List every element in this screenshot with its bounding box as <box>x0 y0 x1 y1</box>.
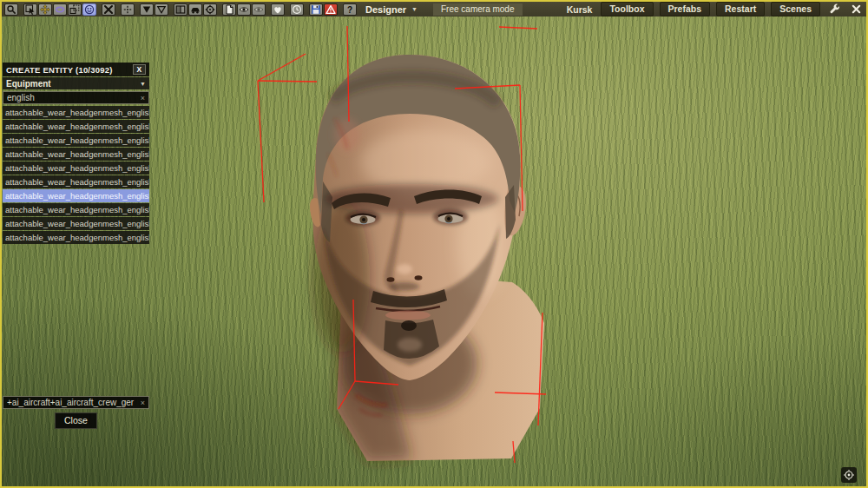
history-icon[interactable] <box>290 3 304 16</box>
mode-dropdown[interactable]: Designer ▼ <box>365 4 418 15</box>
editor-window: ? Designer ▼ Free camera mode Kursk Tool… <box>0 0 868 488</box>
drop-down-outline-icon[interactable] <box>155 3 168 16</box>
list-item[interactable]: attachable_wear_headgenmesh_english_06 <box>3 175 149 188</box>
toolbar-icon-strip: ? <box>4 3 358 16</box>
split-view-icon[interactable] <box>174 3 187 16</box>
filter-input[interactable] <box>7 398 138 407</box>
warning-icon[interactable] <box>324 3 338 16</box>
duplicate-icon[interactable] <box>68 3 82 16</box>
move-icon[interactable] <box>38 3 52 16</box>
list-item[interactable]: attachable_wear_headgenmesh_english_07 <box>3 189 149 202</box>
main-toolbar: ? Designer ▼ Free camera mode Kursk Tool… <box>2 2 866 16</box>
camera-mode-label: Free camera mode <box>433 3 522 16</box>
help-icon[interactable]: ? <box>343 3 357 16</box>
category-dropdown[interactable]: Equipment ▼ <box>3 77 149 89</box>
list-item[interactable]: attachable_wear_headgenmesh_english_03 <box>3 134 149 147</box>
panel-title: CREATE ENTITY (10/3092) <box>6 65 113 75</box>
snap-icon[interactable] <box>121 3 135 16</box>
chevron-down-icon: ▼ <box>140 81 146 87</box>
svg-text:?: ? <box>347 4 352 14</box>
close-panel-button[interactable]: Close <box>55 412 97 429</box>
entity-list: attachable_wear_headgenmesh_english_01at… <box>3 106 149 244</box>
drop-down-filled-icon[interactable] <box>140 3 154 16</box>
list-item[interactable]: attachable_wear_headgenmesh_english_10 <box>3 231 149 244</box>
list-item[interactable]: attachable_wear_headgenmesh_english_01 <box>3 106 149 119</box>
vehicle-icon[interactable] <box>188 3 202 16</box>
list-item[interactable]: attachable_wear_headgenmesh_english_05 <box>3 162 149 175</box>
list-item[interactable]: attachable_wear_headgenmesh_english_09 <box>3 217 149 230</box>
mode-dropdown-label: Designer <box>365 4 406 15</box>
delete-icon[interactable] <box>102 3 115 16</box>
close-window-icon[interactable] <box>848 3 864 16</box>
toolbox-button[interactable]: Toolbox <box>601 2 653 16</box>
clear-filter-icon[interactable]: × <box>141 399 145 407</box>
chevron-down-icon: ▼ <box>411 6 418 12</box>
wrench-icon[interactable] <box>826 3 842 16</box>
search-input[interactable] <box>7 93 138 102</box>
category-dropdown-value: Equipment <box>6 79 51 89</box>
list-item[interactable]: attachable_wear_headgenmesh_english_02 <box>3 120 149 133</box>
toolbar-right-group: Kursk Toolbox Prefabs Restart Scenes <box>567 2 864 16</box>
search-box: × <box>3 91 149 104</box>
list-item[interactable]: attachable_wear_headgenmesh_english_08 <box>3 203 149 216</box>
document-icon[interactable] <box>222 3 236 16</box>
rotate-icon[interactable] <box>53 3 67 16</box>
panel-header: CREATE ENTITY (10/3092) X <box>3 63 149 76</box>
target-icon[interactable] <box>203 3 217 16</box>
list-item[interactable]: attachable_wear_headgenmesh_english_04 <box>3 148 149 161</box>
visibility-icon[interactable] <box>237 3 251 16</box>
clear-search-icon[interactable]: × <box>141 94 145 102</box>
scenes-button[interactable]: Scenes <box>771 2 820 16</box>
world-name-label: Kursk <box>567 4 593 15</box>
viewport-3d[interactable]: CREATE ENTITY (10/3092) X Equipment ▼ × … <box>2 16 866 486</box>
prefabs-button[interactable]: Prefabs <box>660 2 711 16</box>
search-icon[interactable] <box>4 3 18 16</box>
favorites-icon[interactable] <box>271 3 285 16</box>
save-icon[interactable] <box>309 3 323 16</box>
select-cursor-icon[interactable] <box>23 3 37 16</box>
panel-close-icon[interactable]: X <box>133 64 146 75</box>
visibility-off-icon[interactable] <box>252 3 266 16</box>
camera-target-icon[interactable] <box>841 467 857 483</box>
character-icon[interactable] <box>82 3 96 16</box>
create-entity-panel: CREATE ENTITY (10/3092) X Equipment ▼ × … <box>3 63 149 245</box>
selection-wireframe <box>258 26 546 463</box>
restart-button[interactable]: Restart <box>716 2 765 16</box>
filter-box: × <box>3 396 149 409</box>
